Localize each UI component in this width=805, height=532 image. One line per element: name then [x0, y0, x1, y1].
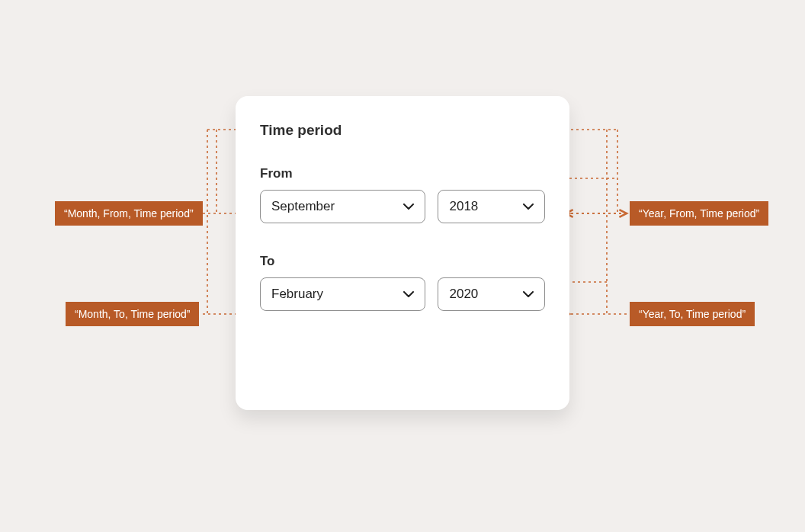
diagram-canvas: Time period From September 2018 To Febru… [0, 0, 805, 532]
from-month-value: September [271, 199, 335, 214]
chevron-down-icon [403, 204, 414, 210]
to-label: To [260, 254, 545, 269]
annotation-year-from: “Year, From, Time period” [630, 201, 768, 226]
annotation-year-to: “Year, To, Time period” [630, 302, 755, 326]
to-year-value: 2020 [449, 287, 478, 302]
from-label: From [260, 166, 545, 181]
chevron-down-icon [523, 204, 534, 210]
card-title: Time period [260, 122, 545, 139]
to-year-select[interactable]: 2020 [438, 277, 545, 311]
chevron-down-icon [523, 291, 534, 297]
to-month-value: February [271, 287, 323, 302]
from-year-select[interactable]: 2018 [438, 190, 545, 223]
to-row: February 2020 [260, 277, 545, 311]
from-row: September 2018 [260, 190, 545, 223]
from-year-value: 2018 [449, 199, 478, 214]
annotation-month-to: “Month, To, Time period” [66, 302, 199, 326]
time-period-card: Time period From September 2018 To Febru… [236, 96, 569, 410]
chevron-down-icon [403, 291, 414, 297]
to-month-select[interactable]: February [260, 277, 425, 311]
annotation-month-from: “Month, From, Time period” [55, 201, 203, 226]
from-month-select[interactable]: September [260, 190, 425, 223]
